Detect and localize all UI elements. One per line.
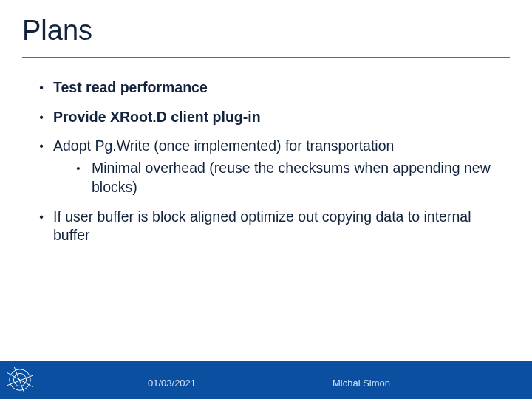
bullet-item: • Provide XRoot.D client plug-in [30, 108, 502, 127]
bullet-text: Provide XRoot.D client plug-in [53, 108, 502, 127]
footer-bar: 01/03/2021 Michal Simon [0, 361, 532, 399]
bullet-marker: • [30, 137, 53, 156]
svg-line-2 [7, 373, 33, 387]
bullet-item: • If user buffer is block aligned optimi… [30, 208, 502, 245]
cern-logo-icon [6, 366, 34, 394]
sub-bullet-text: Minimal overhead (reuse the checksums wh… [92, 159, 502, 197]
bullet-text: If user buffer is block aligned optimize… [53, 208, 502, 245]
bullet-text: Adopt Pg.Write (once implemented) for tr… [53, 137, 502, 156]
bullet-item: • Adopt Pg.Write (once implemented) for … [30, 137, 502, 156]
bullet-marker: • [65, 159, 92, 197]
svg-line-3 [7, 375, 33, 385]
bullet-marker: • [30, 108, 53, 127]
page-title: Plans [0, 0, 532, 47]
footer-date: 01/03/2021 [148, 378, 196, 389]
bullet-marker: • [30, 208, 53, 245]
bullet-text: Test read performance [53, 78, 502, 98]
bullet-item: • Test read performance [30, 78, 502, 98]
slide-body: • Test read performance • Provide XRoot.… [0, 58, 532, 245]
sub-bullet-item: • Minimal overhead (reuse the checksums … [65, 159, 502, 197]
footer-author: Michal Simon [332, 378, 390, 389]
bullet-marker: • [30, 78, 53, 98]
